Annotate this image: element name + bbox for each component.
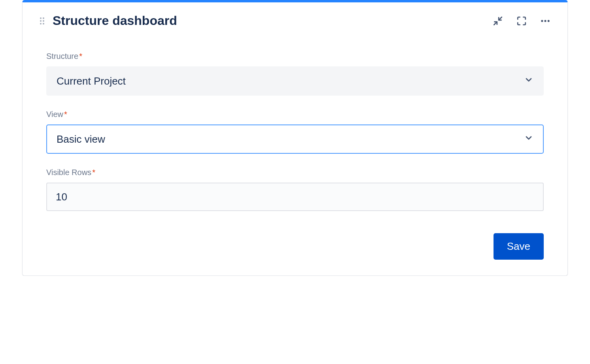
save-button[interactable]: Save (494, 233, 544, 260)
structure-label: Structure* (46, 52, 544, 61)
chevron-down-icon (524, 133, 533, 145)
structure-field: Structure* Current Project (46, 52, 544, 96)
visible-rows-input[interactable] (46, 183, 544, 211)
visible-rows-field: Visible Rows* (46, 168, 544, 211)
panel-header: Structure dashboard (23, 2, 567, 32)
panel-title: Structure dashboard (53, 13, 492, 28)
dashboard-config-panel: Structure dashboard (22, 0, 568, 276)
structure-select-value: Current Project (57, 75, 524, 87)
header-actions (492, 15, 552, 27)
chevron-down-icon (524, 75, 533, 87)
minimize-icon[interactable] (492, 15, 504, 27)
structure-select[interactable]: Current Project (46, 66, 544, 96)
view-label-text: View (46, 110, 63, 119)
required-indicator: * (79, 52, 82, 60)
required-indicator: * (92, 168, 95, 177)
visible-rows-label-text: Visible Rows (46, 168, 91, 177)
visible-rows-label: Visible Rows* (46, 168, 544, 177)
view-select-value: Basic view (57, 133, 524, 145)
view-label: View* (46, 110, 544, 119)
view-select[interactable]: Basic view (46, 124, 544, 154)
drag-handle-icon[interactable] (38, 17, 45, 25)
svg-point-3 (544, 20, 546, 22)
view-field: View* Basic view (46, 110, 544, 154)
svg-point-2 (541, 20, 543, 22)
svg-point-4 (548, 20, 550, 22)
form-body: Structure* Current Project View* Basic v… (23, 32, 567, 211)
structure-label-text: Structure (46, 52, 78, 60)
required-indicator: * (64, 110, 67, 119)
form-actions: Save (23, 225, 567, 260)
maximize-icon[interactable] (515, 15, 528, 27)
more-options-icon[interactable] (539, 15, 552, 27)
